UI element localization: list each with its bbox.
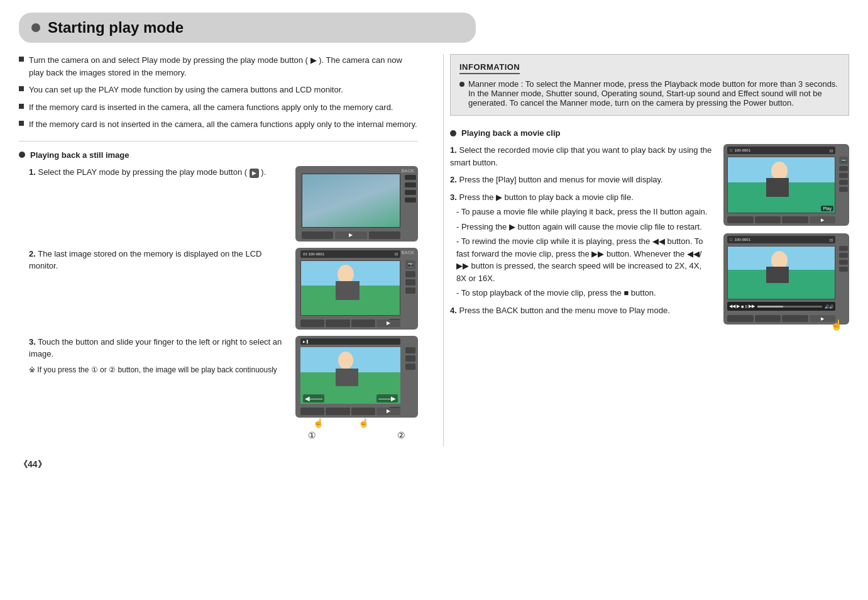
mc2-bot-3	[782, 315, 808, 322]
still-step-3-label: 3. Touch the button and slide your finge…	[29, 336, 285, 360]
mc2-rew: ◀◀	[729, 304, 735, 309]
cam2-person-bg	[301, 261, 400, 315]
movie-step-3-subs: - To pause a movie file while playing it…	[456, 206, 713, 299]
mc2-bot-1	[727, 315, 754, 322]
label-2: ②	[397, 430, 405, 440]
mc2-time: 🔊🔊	[825, 304, 833, 309]
mc2-stop: ■	[741, 304, 744, 309]
page-footer: 《44》	[19, 459, 849, 470]
bullet-text-3: If the memory card is inserted in the ca…	[29, 101, 393, 114]
cam1-back-label: BACK	[402, 169, 414, 173]
cam3-left-arrow: ◀——	[303, 394, 324, 403]
mc2-side-3	[839, 260, 848, 265]
still-step-2-text: 2. The last image stored on the memory i…	[19, 248, 285, 277]
cam3-right-arrow: ——▶	[376, 394, 398, 403]
left-column: Turn the camera on and select Play mode …	[19, 54, 424, 447]
cam3-bot-btn-2	[326, 408, 349, 415]
movie-cameras: □ 100-0001 ⊡ Play	[723, 144, 849, 325]
mc1-header-text: 100-0001	[735, 148, 750, 152]
mc1-play-label: Play	[821, 206, 833, 211]
still-section-title: Playing back a still image	[30, 150, 129, 160]
bullet-item-3: If the memory card is inserted in the ca…	[19, 101, 418, 114]
cam1-side-btn-3	[405, 190, 416, 195]
movie-section-header: Playing back a movie clip	[450, 128, 849, 138]
mc1-side-2	[839, 173, 848, 178]
mc2-header-text: 100-0001	[735, 238, 750, 242]
camera-image-2: ≡≡ 100-0001 ⊡ 📷	[295, 248, 418, 330]
movie-dot-icon	[450, 130, 456, 136]
cam3-play-btn: ▶	[376, 408, 400, 415]
still-step-3-note: ※ If you press the ① or ② button, the im…	[29, 364, 285, 375]
mc2-folder-icon: □	[730, 238, 732, 242]
mc1-bottom-btns: ▶	[727, 216, 835, 223]
cam1-play-btn: ▶	[335, 231, 366, 239]
mc2-person-bg	[728, 247, 835, 299]
mc2-ffw: ▶▶	[749, 304, 755, 309]
still-step-2-label: 2. The last image stored on the memory i…	[29, 248, 285, 272]
cam2-header: ≡≡ 100-0001 ⊡	[300, 250, 400, 258]
cam2-person-body	[336, 281, 360, 300]
still-step-2: 2. The last image stored on the memory i…	[19, 248, 418, 330]
cam3-header: ▶▐	[300, 338, 400, 345]
mc2-side-2	[839, 253, 848, 258]
cam3-hand-icon-2: ☝	[358, 418, 369, 428]
still-step-1-label: 1. Select the PLAY mode by pressing the …	[29, 166, 285, 179]
cam2-icon-2	[405, 271, 415, 277]
cam3-bottom-btns: ▶	[300, 408, 400, 415]
cam3-icon-2	[405, 355, 415, 362]
movie-sub-3: - To rewind the movie clip while it is p…	[456, 235, 713, 284]
bullet-text-1: Turn the camera on and select Play mode …	[29, 54, 418, 79]
movie-step-3: 3. Press the ▶ button to play back a mov…	[450, 191, 713, 299]
cam2-icon-1: 📷	[405, 260, 415, 269]
cam3-person-head	[338, 352, 353, 369]
cam2-bottom-btns: ▶	[300, 319, 400, 327]
movie-camera-2: □ 100-0001 ⊡ ◀◀	[723, 233, 849, 325]
cam2-side-icons: 📷	[405, 260, 415, 294]
still-step-1: 1. Select the PLAY mode by pressing the …	[19, 166, 418, 242]
cam2-screen	[300, 260, 400, 316]
mc2-body	[766, 267, 789, 283]
mc1-header-right: ⊡	[830, 148, 833, 153]
mc1-screen: Play	[727, 157, 835, 213]
mc1-bot-3	[782, 216, 808, 223]
cam1-screen	[302, 174, 400, 228]
mc2-side-1	[839, 246, 848, 251]
cam3-arrows: ◀—— ——▶	[300, 393, 400, 404]
bullet-text-4: If the memory card is not inserted in th…	[29, 118, 417, 131]
mc2-hand-icon: ☝	[830, 319, 843, 331]
mc2-side-icons	[839, 246, 848, 272]
cam2-header-icon: ⊡	[395, 252, 398, 256]
mc1-person-bg	[728, 157, 835, 213]
bullet-icon-3	[19, 104, 24, 109]
mc2-bottom-btns: ▶	[727, 315, 835, 322]
still-step-3-text: 3. Touch the button and slide your finge…	[19, 336, 285, 375]
mc2-bot-2	[755, 315, 781, 322]
cam1-side-btn-4	[405, 197, 416, 203]
mc2-side-4	[839, 267, 848, 272]
cam3-side-icons	[405, 347, 415, 370]
label-1: ①	[308, 430, 316, 440]
cam1-side-btn-1	[405, 175, 416, 180]
cam2-bot-btn-2	[326, 319, 349, 327]
movie-step-1: 1. Select the recorded movie clip that y…	[450, 144, 713, 169]
cam3-bot-btn-1	[300, 408, 324, 415]
bullet-item-1: Turn the camera on and select Play mode …	[19, 54, 418, 79]
bullet-icon-2	[19, 86, 24, 91]
mc2-playback-bar: ◀◀ ▶ ■ II ▶▶ 🔊🔊	[727, 302, 835, 311]
divider-1	[19, 141, 418, 142]
cam1-side-btn-2	[405, 182, 416, 187]
right-column: INFORMATION Manner mode : To select the …	[443, 54, 849, 447]
movie-step-2: 2. Press the [Play] button and menus for…	[450, 174, 713, 186]
mc2-play: ▶	[737, 304, 740, 309]
mc2-progress-bg	[757, 306, 822, 308]
info-box: INFORMATION Manner mode : To select the …	[450, 54, 849, 116]
cam3-person-body	[336, 369, 358, 386]
cam3-icon-3	[405, 364, 415, 370]
mc1-body	[766, 178, 789, 197]
mc1-header: □ 100-0001 ⊡	[727, 147, 835, 154]
movie-steps-text: 1. Select the recorded movie clip that y…	[450, 144, 713, 321]
movie-sub-4: - To stop playback of the movie clip, pr…	[456, 287, 713, 299]
cam3-hand-icon: ☝	[313, 418, 324, 428]
mc2-header: □ 100-0001 ⊡	[727, 236, 835, 243]
mc2-pause: II	[745, 304, 747, 309]
